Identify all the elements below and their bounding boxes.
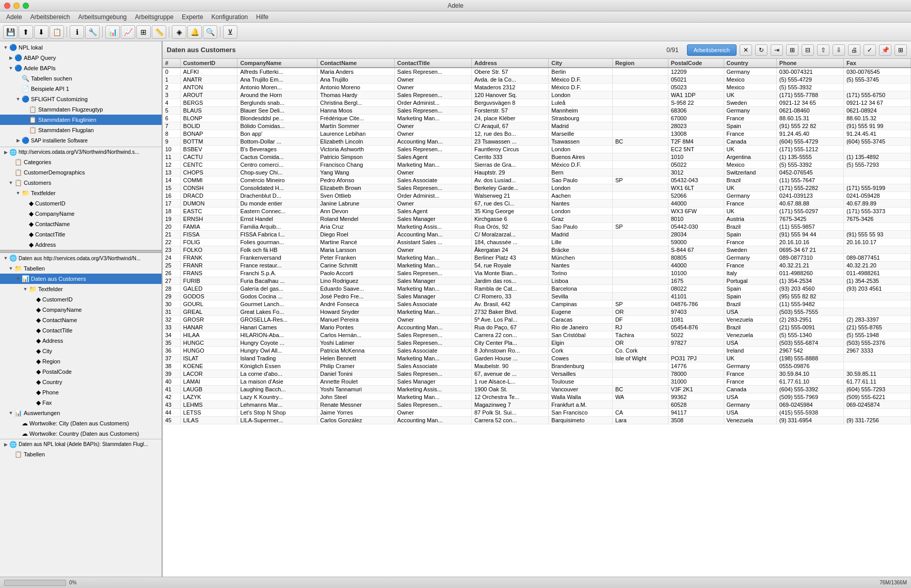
arbeitsbereich-button[interactable]: Arbeitsbereich bbox=[687, 44, 737, 56]
menu-arbeitsumgebung[interactable]: Arbeitsumgebung bbox=[74, 12, 131, 22]
tree-item-auswertungen[interactable]: ▼ 📊 Auswertungen bbox=[0, 408, 162, 418]
table-row[interactable]: 31GREALGreat Lakes Fo...Howard SnyderMar… bbox=[163, 308, 911, 316]
table-row[interactable]: 41LAUGBLaughing Bacch...Yoshi TannamuriM… bbox=[163, 386, 911, 393]
tree-item-flugplan[interactable]: 📋 Stammdaten Flugplan bbox=[0, 125, 162, 135]
tree-item-beispiele-api[interactable]: 📄 Beispiele API 1 bbox=[0, 84, 162, 94]
col-fax[interactable]: Fax bbox=[843, 59, 910, 68]
tree-item-cfax[interactable]: ◆ Fax bbox=[0, 398, 162, 408]
tree-item-sap-software[interactable]: ▶ 🔵 SAP installierte Software bbox=[0, 135, 162, 146]
tree-item-textfelder-cust[interactable]: ▼ 📁 Textfelder bbox=[0, 188, 162, 198]
toolbar-diamond[interactable]: ◈ bbox=[172, 25, 186, 39]
table-row[interactable]: 13CHOPSChop-suey Chi...Yang WangOwnerHau… bbox=[163, 169, 911, 177]
print-btn[interactable]: 🖨 bbox=[848, 44, 860, 56]
tree-item-fluglinien[interactable]: 📋 Stammdaten Fluglinien bbox=[0, 115, 162, 125]
tree-item-ccountry[interactable]: ◆ Country bbox=[0, 377, 162, 387]
tree-item-customer-id-1[interactable]: ◆ CustomerID bbox=[0, 198, 162, 209]
tree-item-cname[interactable]: ◆ CompanyName bbox=[0, 305, 162, 315]
table-row[interactable]: 44LETSSLet's Stop N ShopJaime YorresOwne… bbox=[163, 409, 911, 417]
toolbar-bell[interactable]: 🔔 bbox=[187, 25, 202, 39]
table-row[interactable]: 35HUNGCHungry Coyote ...Yoshi LatimerSal… bbox=[163, 339, 911, 347]
pin-btn[interactable]: 📌 bbox=[879, 44, 891, 56]
grid-btn[interactable]: ⊟ bbox=[802, 44, 814, 56]
tree-item-address-1[interactable]: ◆ Address bbox=[0, 240, 162, 250]
table-row[interactable]: 24FRANKFrankenversandPeter FrankenMarket… bbox=[163, 254, 911, 262]
tree-item-tabellen[interactable]: ▼ 📁 Tabellen bbox=[0, 263, 162, 274]
table-row[interactable]: 1ANATRAna Trujillo Em...Ana TrujilloOwne… bbox=[163, 76, 911, 84]
table-row[interactable]: 23FOLKOFolk och fä HBMaria LarssonOwnerÅ… bbox=[163, 246, 911, 254]
table-row[interactable]: 36HUNGOHungry Owl All...Patricia McKenna… bbox=[163, 347, 911, 355]
table-row[interactable]: 9BOTTMBottom-Dollar ...Elizabeth Lincoln… bbox=[163, 138, 911, 146]
table-row[interactable]: 18EASTCEastern Connec...Ann DevonSales A… bbox=[163, 208, 911, 215]
toolbar-import[interactable]: ⬇ bbox=[34, 25, 49, 39]
table-row[interactable]: 25FRANRFrance restaur...Carine SchmittMa… bbox=[163, 262, 911, 269]
table-row[interactable]: 5BLAUSBlauer See Deli...Hanna MoosSales … bbox=[163, 107, 911, 115]
tree-item-daten-aus-customers[interactable]: ▼ 📊 Daten aus Customers bbox=[0, 274, 162, 284]
menu-konfiguration[interactable]: Konfiguration bbox=[207, 12, 252, 22]
tree-item-wortwolke-country[interactable]: ☁ Wortwolke: Country (Daten aus Customer… bbox=[0, 428, 162, 439]
table-row[interactable]: 2ANTONAntonio Moren...Antonio MorenoOwne… bbox=[163, 84, 911, 91]
col-address[interactable]: Address bbox=[471, 59, 548, 68]
table-row[interactable]: 27FURIBFuria Bacalhau ...Lino RodriguezS… bbox=[163, 277, 911, 285]
table-row[interactable]: 40LAMAILa maison d'AsieAnnette RouletSal… bbox=[163, 378, 911, 386]
tree-item-wortwolke-city[interactable]: ☁ Wortwolke: City (Daten aus Customers) bbox=[0, 418, 162, 428]
tree-item-tabellen-suchen[interactable]: 🔍 Tabellen suchen bbox=[0, 73, 162, 84]
table-row[interactable]: 0ALFKIAlfreds Futterki...Maria AndersSal… bbox=[163, 68, 911, 76]
expand-btn[interactable]: ⊞ bbox=[894, 44, 907, 56]
tree-item-ctitle[interactable]: ◆ ContactTitle bbox=[0, 325, 162, 336]
toolbar-search[interactable]: 🔍 bbox=[203, 25, 217, 39]
table-row[interactable]: 14COMMIComércio MineiroPedro AfonsoSales… bbox=[163, 177, 911, 184]
tree-item-cid[interactable]: ◆ CustomerID bbox=[0, 294, 162, 305]
table-row[interactable]: 10BSBEVB's BeveragesVictoria AshworthSal… bbox=[163, 146, 911, 153]
tree-item-cpostal[interactable]: ◆ PostalCode bbox=[0, 367, 162, 377]
tree-item-daten-aus[interactable]: ▼ 🌐 Daten aus http://services.odata.org/… bbox=[0, 253, 162, 263]
tree-item-textfelder-2[interactable]: ▼ 📁 Textfelder bbox=[0, 284, 162, 294]
tree-item-cregion[interactable]: ◆ Region bbox=[0, 356, 162, 367]
toolbar-info[interactable]: ℹ bbox=[70, 25, 84, 39]
table-row[interactable]: 29GODOSGodos Cocina ...José Pedro Fre...… bbox=[163, 293, 911, 300]
toolbar-settings[interactable]: 🔧 bbox=[85, 25, 100, 39]
toolbar-filter[interactable]: ⊻ bbox=[223, 25, 237, 39]
col-customerid[interactable]: CustomerID bbox=[180, 59, 237, 68]
data-table-container[interactable]: # CustomerID CompanyName ContactName Con… bbox=[163, 59, 911, 577]
tree-item-customers[interactable]: ▼ 📋 Customers bbox=[0, 178, 162, 188]
table-row[interactable]: 19ERNSHErnst HandelRoland MendelSales Ma… bbox=[163, 215, 911, 223]
tree-item-contact-name-1[interactable]: ◆ ContactName bbox=[0, 219, 162, 229]
col-hash[interactable]: # bbox=[163, 59, 180, 68]
table-row[interactable]: 3AROUTAround the HornThomas HardySales R… bbox=[163, 91, 911, 99]
table-row[interactable]: 37ISLATIsland TradingHelen BennettMarket… bbox=[163, 355, 911, 362]
table-row[interactable]: 7BOLIDBólido Comidas...Martín SommerOwne… bbox=[163, 122, 911, 130]
toolbar-chart-bar[interactable]: 📊 bbox=[105, 25, 120, 39]
menu-adele[interactable]: Adele bbox=[2, 12, 26, 22]
tree-item-tabellen-2[interactable]: 📋 Tabellen bbox=[0, 449, 162, 459]
col-city[interactable]: City bbox=[549, 59, 613, 68]
table-row[interactable]: 30GOURLGourmet Lanch...André FonsecaSale… bbox=[163, 300, 911, 308]
table-row[interactable]: 42LAZYKLazy K Kountry...John SteelMarket… bbox=[163, 393, 911, 401]
copy-btn[interactable]: ⊞ bbox=[786, 44, 798, 56]
toolbar-copy[interactable]: 📋 bbox=[50, 25, 64, 39]
menu-experte[interactable]: Experte bbox=[178, 12, 207, 22]
close-btn[interactable]: ✕ bbox=[740, 44, 752, 56]
table-row[interactable]: 43LEHMSLehmanns Mar...Renate MessnerSale… bbox=[163, 401, 911, 409]
col-region[interactable]: Region bbox=[612, 59, 668, 68]
table-row[interactable]: 11CACTUCactus Comida...Patricio SimpsonS… bbox=[163, 153, 911, 161]
toolbar-export[interactable]: ⬆ bbox=[19, 25, 33, 39]
table-row[interactable]: 6BLONPBlondesddsl pe...Frédérique Cite..… bbox=[163, 115, 911, 122]
menu-arbeitsgruppe[interactable]: Arbeitsgruppe bbox=[131, 12, 178, 22]
toolbar-ruler[interactable]: 📏 bbox=[152, 25, 166, 39]
window-controls[interactable] bbox=[4, 3, 29, 9]
download-btn[interactable]: ⇩ bbox=[833, 44, 845, 56]
col-country[interactable]: Country bbox=[724, 59, 776, 68]
col-contacttitle[interactable]: ContactTitle bbox=[394, 59, 471, 68]
menu-hilfe[interactable]: Hilfe bbox=[252, 12, 273, 22]
table-row[interactable]: 4BERGSBerglunds snab...Christina Bergl..… bbox=[163, 99, 911, 107]
tree-item-categories[interactable]: 📋 Categories bbox=[0, 157, 162, 167]
col-phone[interactable]: Phone bbox=[776, 59, 843, 68]
check-btn[interactable]: ✓ bbox=[864, 44, 876, 56]
tree-item-adele-bapis[interactable]: ▼ 🔵 Adele BAPIs bbox=[0, 63, 162, 73]
tree-item-caddress[interactable]: ◆ Address bbox=[0, 336, 162, 346]
export-btn[interactable]: ⇧ bbox=[817, 44, 829, 56]
maximize-button[interactable] bbox=[23, 3, 29, 9]
toolbar-chart-line[interactable]: 📈 bbox=[121, 25, 135, 39]
table-row[interactable]: 38KOENEKöniglich EssenPhilip CramerSales… bbox=[163, 362, 911, 370]
refresh-btn[interactable]: ↻ bbox=[755, 44, 768, 56]
